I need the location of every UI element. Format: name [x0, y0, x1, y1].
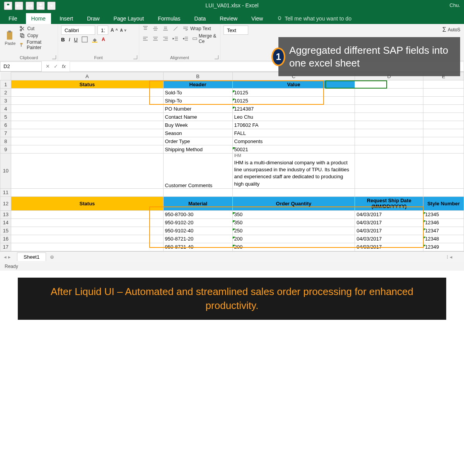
cell[interactable]: Buy Week	[163, 121, 232, 129]
row-header[interactable]: 5	[0, 113, 11, 121]
hdr-value[interactable]: Value	[232, 80, 355, 89]
cell[interactable]: 04/03/2017	[355, 210, 423, 218]
cell[interactable]: 12349	[423, 243, 464, 251]
cell[interactable]	[11, 105, 163, 113]
row-header[interactable]: 15	[0, 227, 11, 235]
col-header-A[interactable]: A	[11, 72, 163, 80]
cell[interactable]: 04/03/2017	[355, 243, 423, 251]
cell[interactable]	[355, 145, 423, 154]
row-header[interactable]: 16	[0, 235, 11, 243]
cancel-icon[interactable]: ✕	[46, 63, 50, 69]
cell[interactable]	[355, 129, 423, 137]
tab-view[interactable]: View	[246, 13, 268, 24]
cell[interactable]	[355, 188, 423, 196]
cell[interactable]	[11, 210, 163, 218]
cell[interactable]	[355, 105, 423, 113]
cell[interactable]: Sold-To	[163, 89, 232, 97]
cell[interactable]	[11, 129, 163, 137]
new-sheet-button[interactable]: ⊕	[50, 254, 54, 260]
font-launcher[interactable]	[133, 55, 137, 59]
cell[interactable]: 950-9102-40	[163, 227, 232, 235]
cell[interactable]: 04/03/2017	[355, 227, 423, 235]
cell[interactable]: 50021	[232, 145, 355, 154]
cell[interactable]: 350	[232, 210, 355, 218]
hdr-status[interactable]: Status	[11, 80, 163, 89]
cell[interactable]: 950-8721-20	[163, 235, 232, 243]
autosum-button[interactable]: Σ AutoS	[442, 26, 462, 33]
cell[interactable]	[423, 105, 464, 113]
cell[interactable]	[355, 97, 423, 105]
cell[interactable]	[11, 113, 163, 121]
align-left-icon[interactable]	[142, 36, 148, 42]
cell[interactable]: Order Type	[163, 137, 232, 145]
cell[interactable]	[11, 188, 163, 196]
cell[interactable]	[11, 97, 163, 105]
copy-button[interactable]: Copy	[19, 32, 55, 39]
cell[interactable]	[423, 129, 464, 137]
cell[interactable]: Ship-To	[163, 97, 232, 105]
orientation-icon[interactable]	[172, 26, 179, 32]
tab-page-layout[interactable]: Page Layout	[108, 13, 150, 24]
cell[interactable]	[423, 89, 464, 97]
cell[interactable]	[355, 80, 423, 89]
clipboard-launcher[interactable]	[52, 55, 56, 59]
cell[interactable]	[11, 154, 163, 189]
cell[interactable]: 170602 FA	[232, 121, 355, 129]
cell[interactable]	[423, 137, 464, 145]
spreadsheet[interactable]: A B C D E 1 Status Header Value 2Sold-To…	[0, 72, 464, 251]
cell[interactable]	[232, 188, 355, 196]
cell[interactable]	[423, 80, 464, 89]
number-format-select[interactable]	[223, 26, 248, 35]
tab-draw[interactable]: Draw	[82, 13, 105, 24]
cell[interactable]	[11, 218, 163, 227]
cell[interactable]	[11, 137, 163, 145]
enter-icon[interactable]: ✓	[54, 63, 58, 69]
font-size-select[interactable]	[97, 26, 108, 35]
borders-button[interactable]	[82, 36, 88, 43]
tab-insert[interactable]: Insert	[54, 13, 78, 24]
increase-indent-icon[interactable]	[183, 36, 189, 42]
cell[interactable]	[11, 227, 163, 235]
cell[interactable]: 350	[232, 218, 355, 227]
underline-button[interactable]: U	[74, 37, 78, 43]
bold-button[interactable]: B	[61, 37, 65, 43]
font-name-select[interactable]	[61, 26, 95, 35]
row-header[interactable]: 3	[0, 97, 11, 105]
cell[interactable]	[11, 89, 163, 97]
cell[interactable]	[11, 121, 163, 129]
merge-center-button[interactable]: Merge & Ce	[193, 33, 217, 44]
hdr2-material[interactable]: Material	[163, 196, 232, 210]
hdr-header[interactable]: Header	[163, 80, 232, 89]
cell[interactable]	[355, 89, 423, 97]
sheet-nav-next[interactable]: ▸	[8, 254, 11, 260]
cell[interactable]: Season	[163, 129, 232, 137]
row-header[interactable]: 6	[0, 121, 11, 129]
cut-button[interactable]: Cut	[19, 26, 55, 32]
cell[interactable]: 12348	[423, 235, 464, 243]
fx-icon[interactable]: fx	[62, 63, 66, 69]
cell[interactable]: 200	[232, 243, 355, 251]
row-header[interactable]: 2	[0, 89, 11, 97]
tab-data[interactable]: Data	[189, 13, 212, 24]
cell[interactable]	[423, 113, 464, 121]
row-header[interactable]: 9	[0, 145, 11, 154]
align-right-icon[interactable]	[162, 36, 169, 42]
horizontal-scroll-left[interactable]: ⁞ ◂	[447, 254, 452, 260]
cell[interactable]: FALL	[232, 129, 355, 137]
align-middle-icon[interactable]	[152, 26, 159, 32]
cell[interactable]	[11, 145, 163, 154]
cell[interactable]	[423, 97, 464, 105]
paste-button[interactable]: Paste	[3, 27, 17, 49]
hdr2-style[interactable]: Style Number	[423, 196, 464, 210]
cell[interactable]	[423, 188, 464, 196]
name-box[interactable]: D2	[0, 61, 42, 72]
font-color-button[interactable]: A	[102, 37, 105, 42]
hdr2-status[interactable]: Status	[11, 196, 163, 210]
row-header[interactable]: 13	[0, 210, 11, 218]
cell[interactable]: Customer Comments	[163, 154, 232, 189]
cell[interactable]	[423, 121, 464, 129]
align-top-icon[interactable]	[142, 26, 148, 32]
row-header[interactable]: 8	[0, 137, 11, 145]
decrease-font-icon[interactable]: Av	[120, 28, 126, 32]
row-header[interactable]: 1	[0, 80, 11, 89]
